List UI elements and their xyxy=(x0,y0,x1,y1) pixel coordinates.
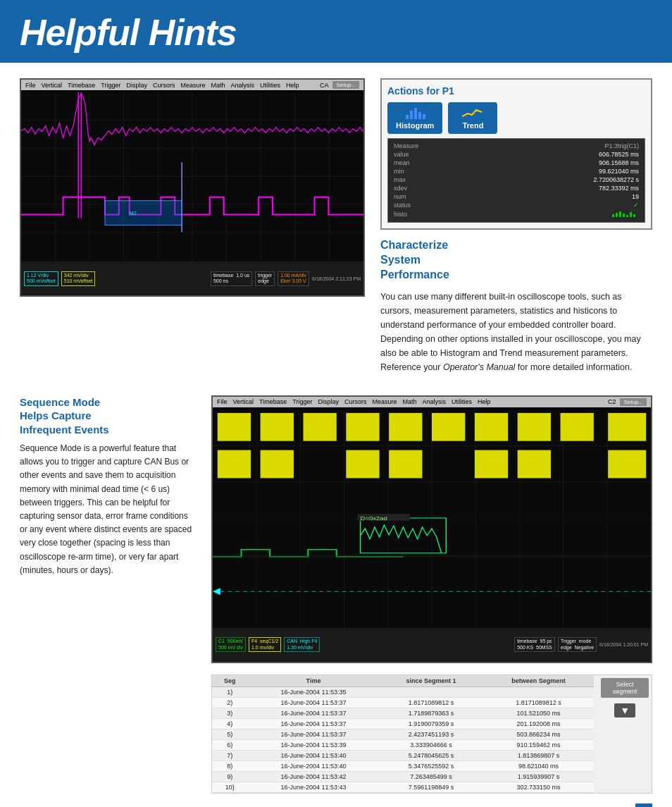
menu2-measure[interactable]: Measure xyxy=(372,398,397,405)
svg-text:D=0x2ad: D=0x2ad xyxy=(361,515,388,521)
status-voltage-1: 1.12 V/div500 mVoffset xyxy=(24,271,58,286)
select-segment-button[interactable]: Select segment xyxy=(601,678,649,698)
measure-overlay: Measure P1:3trig(C1) value606.78525 ms m… xyxy=(387,138,645,223)
measure-label-min: min xyxy=(392,167,483,175)
measure-label-mean: mean xyxy=(392,159,483,167)
svg-rect-26 xyxy=(616,213,618,217)
table-cell-4-1: 16-June-2004 11:53:37 xyxy=(248,729,380,739)
characterize-manual-rest: for more detailed information. xyxy=(515,362,632,372)
setup-button[interactable]: Setup... xyxy=(332,81,359,89)
down-arrow-button[interactable]: ▼ xyxy=(614,703,635,717)
menu-math[interactable]: Math xyxy=(211,82,225,89)
table-cell-3-0: 4) xyxy=(212,718,248,729)
table-cell-7-0: 8) xyxy=(212,760,248,771)
menu-utilities[interactable]: Utilities xyxy=(260,82,280,89)
table-cell-8-3: 1.915939907 s xyxy=(483,771,594,782)
menu2-file[interactable]: File xyxy=(217,398,228,405)
menu-analysis[interactable]: Analysis xyxy=(230,82,254,89)
menu-trigger[interactable]: Trigger xyxy=(101,82,120,89)
table-cell-9-3: 302.733150 ms xyxy=(483,782,594,792)
svg-rect-30 xyxy=(630,212,632,217)
measure-label-value: value xyxy=(392,150,483,159)
measure-label-status: status xyxy=(392,201,483,209)
table-cell-5-3: 910.159462 ms xyxy=(483,739,594,750)
svg-rect-22 xyxy=(414,108,417,119)
histogram-label: Histogram xyxy=(396,121,434,130)
menu2-display[interactable]: Display xyxy=(318,398,339,405)
measure-header-col2: P1:3trig(C1) xyxy=(483,142,640,150)
table-row: 4)16-June-2004 11:53:371.9190079359 s201… xyxy=(212,718,594,729)
table-with-button: Seg Time since Segment 1 between Segment… xyxy=(212,675,652,793)
status-level: 1.00 mA/divEker 3.05 V xyxy=(278,271,309,286)
menu2-trigger[interactable]: Trigger xyxy=(292,398,312,405)
menu2-timebase[interactable]: Timebase xyxy=(259,398,287,405)
menu-vertical[interactable]: Vertical xyxy=(42,82,63,89)
measure-label-num: num xyxy=(392,192,483,201)
sequence-body-text: Sequence Mode is a powerful feature that… xyxy=(20,442,196,577)
table-cell-5-1: 16-June-2004 11:53:39 xyxy=(248,739,380,750)
menu2-vertical[interactable]: Vertical xyxy=(233,398,254,405)
measure-value-value: 606.78525 ms xyxy=(483,150,640,159)
table-cell-9-2: 7.5961198849 s xyxy=(379,782,483,792)
waveform-svg-2: D=0x2ad xyxy=(213,409,651,628)
characterize-title: Characterize System Performance xyxy=(380,238,652,282)
osc-screen-1: File Vertical Timebase Trigger Display C… xyxy=(20,78,365,297)
svg-rect-60 xyxy=(389,450,422,478)
menu-file[interactable]: File xyxy=(25,82,36,89)
svg-rect-47 xyxy=(218,413,251,441)
menu-measure[interactable]: Measure xyxy=(180,82,205,89)
trend-label: Trend xyxy=(462,121,483,130)
menu2-cursors[interactable]: Cursors xyxy=(344,398,367,405)
measure-value-min: 99.621040 ms xyxy=(483,167,640,175)
svg-rect-63 xyxy=(608,450,646,478)
histogram-button[interactable]: Histogram xyxy=(387,102,442,134)
table-row: 2)16-June-2004 11:53:371.8171089812 s1.8… xyxy=(212,697,594,708)
setup-button-2[interactable]: Setup... xyxy=(620,398,647,406)
svg-rect-59 xyxy=(346,450,379,478)
menu-help[interactable]: Help xyxy=(286,82,299,89)
main-content: File Vertical Timebase Trigger Display C… xyxy=(0,78,672,807)
table-cell-1-1: 16-June-2004 11:53:37 xyxy=(248,697,380,708)
sequence-title: Sequence Mode Helps Capture Infrequent E… xyxy=(20,395,196,437)
svg-rect-56 xyxy=(608,413,646,441)
segment-table-container: Seg Time since Segment 1 between Segment… xyxy=(211,674,652,794)
page-number: 6 xyxy=(635,803,652,807)
table-cell-8-1: 16-June-2004 11:53:42 xyxy=(248,771,380,782)
trend-button[interactable]: Trend xyxy=(448,102,497,134)
menu-cursors[interactable]: Cursors xyxy=(153,82,175,89)
status-timebase-2: timebase 95 ps500 KS 50MSS xyxy=(514,637,555,652)
menu-display[interactable]: Display xyxy=(126,82,147,89)
table-cell-3-3: 201.192008 ms xyxy=(483,718,594,729)
svg-rect-61 xyxy=(475,450,508,478)
characterize-manual-italic: Operator's Manual xyxy=(443,362,515,372)
table-cell-8-0: 9) xyxy=(212,771,248,782)
table-cell-2-1: 16-June-2004 11:53:37 xyxy=(248,708,380,718)
menu2-analysis[interactable]: Analysis xyxy=(422,398,446,405)
svg-rect-27 xyxy=(619,211,621,217)
histogram-icon xyxy=(404,106,425,119)
menu-timebase[interactable]: Timebase xyxy=(68,82,95,89)
table-cell-2-3: 101.521050 ms xyxy=(483,708,594,718)
table-cell-6-3: 1.813869807 s xyxy=(483,750,594,760)
table-cell-0-2 xyxy=(379,686,483,697)
status-seg: C1 500mV500 mV div xyxy=(216,637,246,652)
svg-rect-29 xyxy=(626,215,628,217)
actions-box: Actions for P1 Histogram xyxy=(380,78,652,230)
menu2-help[interactable]: Help xyxy=(478,398,491,405)
measure-value-num: 19 xyxy=(483,192,640,201)
status-datetime-2: 6/18/2004 1:20:01 PM xyxy=(599,642,648,647)
table-row: 9)16-June-2004 11:53:427.263485499 s1.91… xyxy=(212,771,594,782)
svg-rect-58 xyxy=(261,450,294,478)
menu2-utilities[interactable]: Utilities xyxy=(452,398,472,405)
table-cell-0-1: 16-June-2004 11:53:35 xyxy=(248,686,380,697)
osc-status-bar-2: C1 500mV500 mV div F4 seqC1/21.0 mv/div … xyxy=(213,628,651,662)
table-cell-7-2: 5.3476525592 s xyxy=(379,760,483,771)
channel-indicator-2: C2 xyxy=(608,398,616,405)
table-cell-0-3 xyxy=(483,686,594,697)
svg-rect-55 xyxy=(561,413,594,441)
menu2-math[interactable]: Math xyxy=(402,398,416,405)
table-row: 5)16-June-2004 11:53:372.4237451193 s503… xyxy=(212,729,594,739)
osc-menu-items-2: File Vertical Timebase Trigger Display C… xyxy=(217,398,491,405)
char-line3: Performance xyxy=(380,269,449,281)
svg-rect-57 xyxy=(218,450,251,478)
